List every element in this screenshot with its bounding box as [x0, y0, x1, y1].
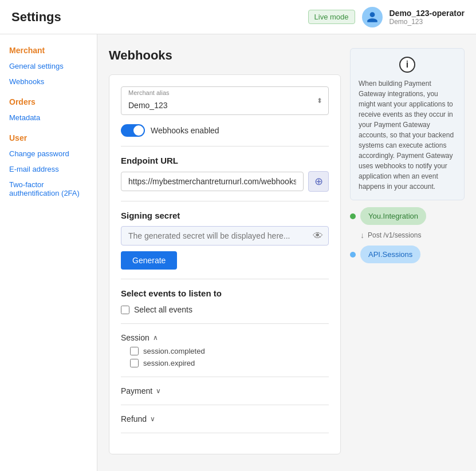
arrow-down-icon: ↓ [360, 231, 364, 240]
select-all-row: Select all events [121, 305, 329, 314]
sidebar: Merchant General settings Webhooks Order… [0, 34, 97, 471]
page-title: Webhooks [109, 48, 341, 63]
payment-collapsible[interactable]: Payment ∨ [121, 386, 329, 395]
session-completed-label[interactable]: session.completed [143, 347, 205, 355]
session-arrow-icon: ∧ [153, 334, 158, 342]
endpoint-url-copy-btn[interactable]: ⊕ [308, 171, 329, 192]
endpoint-url-heading: Endpoint URL [121, 156, 329, 165]
divider-1 [121, 146, 329, 147]
endpoint-url-row: ⊕ [121, 171, 329, 192]
divider-3 [121, 279, 329, 279]
sidebar-merchant-title: Merchant [9, 46, 88, 55]
api-bubble-row: API.Sessions [350, 246, 465, 263]
sidebar-change-password[interactable]: Change password [9, 147, 88, 160]
signing-secret-heading: Signing secret [121, 211, 329, 220]
session-expired-row: session.expired [130, 359, 329, 367]
you-dot [350, 213, 356, 219]
you-bubble: You.Integration [360, 207, 426, 225]
info-icon: i [399, 57, 415, 73]
divider-5 [121, 377, 329, 377]
select-all-checkbox[interactable] [121, 306, 129, 314]
session-completed-row: session.completed [130, 347, 329, 355]
payment-arrow-icon: ∨ [156, 387, 161, 395]
webhooks-enabled-label: Webhooks enabled [151, 126, 219, 135]
main-panel: Webhooks Merchant alias Demo_123 ⬍ [109, 48, 341, 457]
session-completed-checkbox[interactable] [130, 347, 139, 355]
refund-collapsible[interactable]: Refund ∨ [121, 414, 329, 423]
user-info: Demo_123-operator Demo_123 [390, 9, 465, 26]
session-expired-checkbox[interactable] [130, 359, 139, 367]
sidebar-email[interactable]: E-mail address [9, 163, 88, 176]
merchant-alias-select[interactable]: Demo_123 [121, 96, 328, 114]
info-text: When building Payment Gateway integratio… [359, 78, 456, 192]
sidebar-2fa[interactable]: Two-factor authentification (2FA) [9, 178, 88, 200]
webhooks-card: Merchant alias Demo_123 ⬍ Webhooks enabl… [109, 74, 341, 454]
user-name: Demo_123-operator [390, 9, 465, 18]
signing-secret-row: 👁 [121, 226, 329, 246]
sidebar-webhooks[interactable]: Webhooks [9, 75, 88, 88]
sidebar-user-title: User [9, 133, 88, 143]
events-section: Select events to listen to Select all ev… [121, 288, 329, 433]
info-card: i When building Payment Gateway integrat… [350, 48, 465, 200]
merchant-alias-select-wrapper[interactable]: Merchant alias Demo_123 ⬍ [121, 86, 329, 115]
sidebar-general-settings[interactable]: General settings [9, 60, 88, 73]
header-right: Live mode Demo_123-operator Demo_123 [308, 7, 465, 27]
generate-btn[interactable]: Generate [121, 251, 177, 270]
sidebar-orders-title: Orders [9, 97, 88, 106]
app-title: Settings [11, 10, 61, 25]
session-label: Session [121, 333, 150, 342]
divider-7 [121, 433, 329, 433]
events-title: Select events to listen to [121, 288, 329, 298]
content-area: Webhooks Merchant alias Demo_123 ⬍ [97, 34, 476, 471]
you-bubble-row: You.Integration [350, 207, 465, 225]
payment-label: Payment [121, 386, 152, 395]
post-label: Post /v1/sessions [368, 231, 421, 239]
eye-icon[interactable]: 👁 [313, 230, 323, 242]
user-avatar [362, 7, 383, 27]
api-dot [350, 252, 356, 258]
merchant-alias-group: Merchant alias Demo_123 ⬍ [121, 86, 329, 115]
webhooks-enabled-toggle[interactable] [121, 124, 145, 137]
toggle-knob [133, 125, 144, 136]
merchant-alias-label: Merchant alias [121, 87, 328, 96]
session-collapsible[interactable]: Session ∧ [121, 333, 329, 342]
webhooks-enabled-row: Webhooks enabled [121, 124, 329, 137]
endpoint-url-input[interactable] [121, 172, 304, 191]
user-sub: Demo_123 [390, 18, 465, 26]
app-header: Settings Live mode Demo_123-operator Dem… [0, 0, 476, 34]
signing-secret-input[interactable] [121, 226, 329, 246]
main-layout: Merchant General settings Webhooks Order… [0, 34, 476, 471]
select-all-label[interactable]: Select all events [134, 305, 192, 314]
divider-4 [121, 323, 329, 324]
refund-label: Refund [121, 414, 147, 423]
refund-arrow-icon: ∨ [150, 415, 155, 423]
divider-2 [121, 201, 329, 201]
api-bubble: API.Sessions [360, 246, 420, 263]
chat-area: You.Integration ↓ Post /v1/sessions API.… [350, 207, 465, 263]
divider-6 [121, 405, 329, 405]
live-mode-badge[interactable]: Live mode [308, 10, 355, 24]
session-expired-label[interactable]: session.expired [143, 359, 195, 367]
sidebar-metadata[interactable]: Metadata [9, 111, 88, 124]
right-panel: i When building Payment Gateway integrat… [350, 48, 465, 457]
post-label-row: ↓ Post /v1/sessions [360, 231, 465, 240]
